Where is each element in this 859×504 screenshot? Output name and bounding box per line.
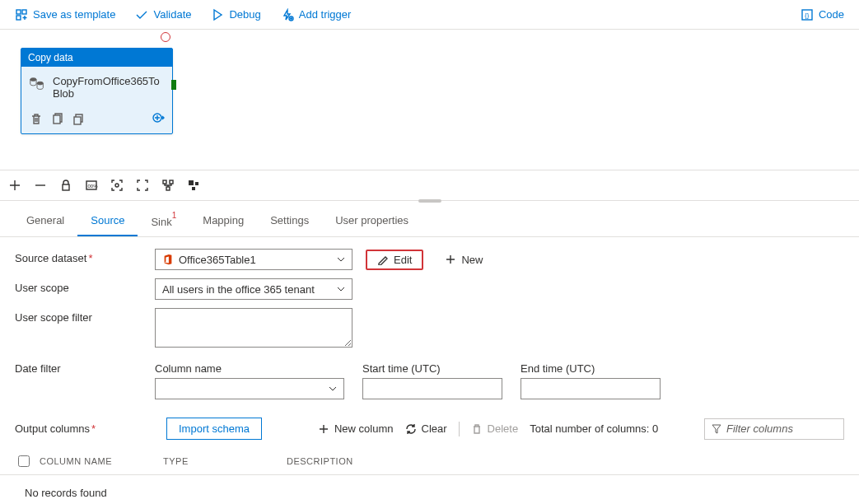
office-icon <box>162 254 174 265</box>
code-button[interactable]: {} Code <box>792 5 852 25</box>
output-columns-label: Output columns* <box>15 422 155 435</box>
activity-status-indicator <box>161 32 170 42</box>
fullscreen-icon[interactable] <box>136 179 150 193</box>
filter-columns-input[interactable]: Filter columns <box>704 418 844 440</box>
date-column-select[interactable] <box>155 378 344 399</box>
svg-rect-8 <box>54 115 60 124</box>
start-time-label: Start time (UTC) <box>362 362 502 375</box>
copy-data-activity[interactable]: Copy data CopyFromOffice365ToBlob <box>21 48 173 134</box>
tab-general[interactable]: General <box>13 208 77 236</box>
lock-icon[interactable] <box>59 179 73 193</box>
add-trigger-label: Add trigger <box>299 8 352 21</box>
canvas-toolbar: 00% <box>0 170 859 201</box>
plus-icon <box>445 254 456 265</box>
add-icon[interactable] <box>8 179 22 193</box>
svg-rect-18 <box>189 180 194 185</box>
code-label: Code <box>819 8 844 21</box>
auto-arrange-icon[interactable] <box>161 179 175 193</box>
svg-point-7 <box>37 82 43 85</box>
date-filter-label: Date filter <box>15 362 155 375</box>
fit-screen-icon[interactable] <box>110 179 124 193</box>
template-icon <box>15 8 28 21</box>
svg-point-6 <box>30 78 36 82</box>
activity-body: CopyFromOffice365ToBlob <box>21 67 172 106</box>
activity-name: CopyFromOffice365ToBlob <box>53 75 166 100</box>
svg-rect-1 <box>22 10 26 14</box>
edit-dataset-button[interactable]: Edit <box>366 250 423 270</box>
top-toolbar: Save as template Validate Debug Add trig… <box>0 0 859 30</box>
svg-rect-17 <box>166 187 170 190</box>
select-all-checkbox[interactable] <box>18 455 30 467</box>
source-form: Source dataset* Office365Table1 Edit New… <box>0 237 859 399</box>
validate-button[interactable]: Validate <box>127 5 199 25</box>
tab-mapping[interactable]: Mapping <box>189 208 257 236</box>
user-scope-filter-label: User scope filter <box>15 308 155 324</box>
tab-user-properties[interactable]: User properties <box>322 208 422 236</box>
user-scope-label: User scope <box>15 278 155 294</box>
total-columns-count: Total number of columns: 0 <box>530 422 658 435</box>
database-icon <box>28 75 46 93</box>
activity-output-handle[interactable] <box>171 80 176 90</box>
delete-icon[interactable] <box>30 113 43 126</box>
grid-col-name: Column name <box>40 456 163 466</box>
svg-rect-2 <box>16 16 21 20</box>
end-time-input[interactable] <box>521 378 661 399</box>
sink-badge: 1 <box>172 211 177 220</box>
separator <box>459 422 460 436</box>
svg-rect-11 <box>63 184 69 190</box>
grid-col-type: Type <box>163 456 287 466</box>
delete-columns-button: Delete <box>471 422 519 435</box>
remove-icon[interactable] <box>34 179 48 193</box>
svg-rect-9 <box>74 117 81 124</box>
user-scope-filter-input[interactable] <box>155 308 352 348</box>
svg-rect-15 <box>163 180 166 184</box>
copy-icon[interactable] <box>51 113 64 126</box>
chevron-down-icon <box>337 255 345 264</box>
grid-col-description: Description <box>287 456 844 466</box>
add-trigger-button[interactable]: Add trigger <box>273 5 360 25</box>
source-dataset-label: Source dataset* <box>15 249 155 264</box>
add-output-icon[interactable] <box>152 111 166 124</box>
svg-text:00%: 00% <box>88 184 99 189</box>
user-scope-select[interactable]: All users in the office 365 tenant <box>155 278 352 300</box>
panel-resize-handle[interactable] <box>418 199 441 203</box>
end-time-label: End time (UTC) <box>521 362 661 375</box>
column-name-label: Column name <box>155 362 344 375</box>
activity-header: Copy data <box>21 49 172 67</box>
plus-icon <box>318 423 329 435</box>
code-icon: {} <box>801 8 814 21</box>
import-schema-button[interactable]: Import schema <box>166 418 262 440</box>
clone-icon[interactable] <box>72 113 86 126</box>
svg-text:{}: {} <box>805 12 810 19</box>
tab-settings[interactable]: Settings <box>257 208 322 236</box>
svg-rect-19 <box>195 182 198 185</box>
svg-rect-16 <box>170 180 173 184</box>
pencil-icon <box>377 254 389 265</box>
play-icon <box>211 8 224 21</box>
tab-source[interactable]: Source <box>77 208 138 236</box>
svg-point-14 <box>115 184 119 187</box>
start-time-input[interactable] <box>362 378 502 399</box>
filter-icon <box>712 424 721 434</box>
minimap-icon[interactable] <box>187 179 201 193</box>
clear-columns-button[interactable]: Clear <box>405 422 447 435</box>
tab-sink[interactable]: Sink1 <box>138 208 189 236</box>
detail-tabs: General Source Sink1 Mapping Settings Us… <box>0 201 859 237</box>
source-dataset-select[interactable]: Office365Table1 <box>155 249 352 270</box>
check-icon <box>135 8 148 21</box>
new-dataset-button[interactable]: New <box>437 250 491 269</box>
new-column-button[interactable]: New column <box>318 422 394 435</box>
pipeline-canvas[interactable]: Copy data CopyFromOffice365ToBlob <box>0 30 859 170</box>
trigger-icon <box>281 8 294 21</box>
validate-label: Validate <box>153 8 191 21</box>
activity-footer <box>21 106 172 133</box>
svg-rect-20 <box>192 187 195 190</box>
grid-empty-message: No records found <box>0 475 859 504</box>
columns-grid-header: Column name Type Description <box>0 448 859 475</box>
debug-button[interactable]: Debug <box>203 5 268 25</box>
chevron-down-icon <box>329 385 337 393</box>
save-as-template-button[interactable]: Save as template <box>7 5 124 25</box>
trash-icon <box>471 423 483 435</box>
save-as-template-label: Save as template <box>33 8 115 21</box>
zoom-reset-icon[interactable]: 00% <box>85 179 99 193</box>
